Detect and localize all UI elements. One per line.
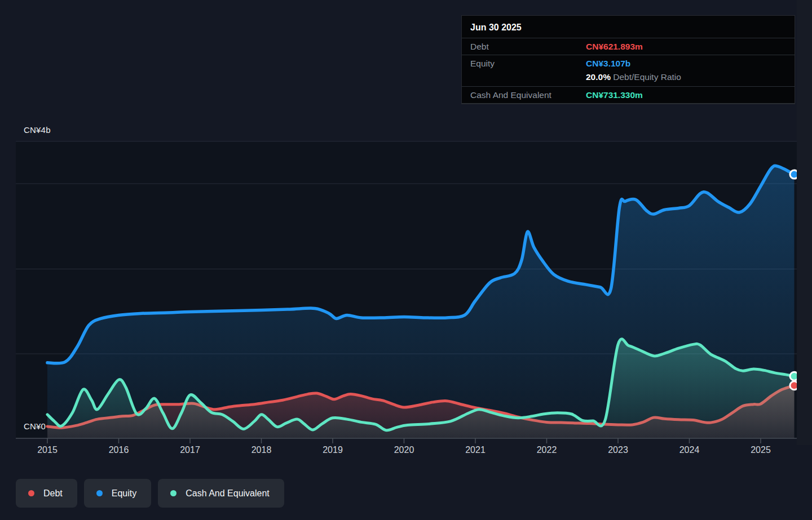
cash-endpoint-marker [790,372,798,380]
balance-sheet-history-chart: CN¥4b CN¥0 20152016201720182019202020212… [0,0,812,520]
tooltip-row-label: Debt [470,42,586,52]
x-axis-label-2020: 2020 [394,445,414,455]
y-axis-label-max: CN¥4b [24,125,51,135]
x-axis-label-2021: 2021 [465,445,486,455]
x-axis-label-2025: 2025 [751,445,771,455]
tooltip-row-label: Equity [470,59,586,69]
x-axis-label-2015: 2015 [37,445,58,455]
tooltip-row-value: 20.0% Debt/Equity Ratio [586,72,786,82]
legend-item-cash-and-equivalent[interactable]: Cash And Equivalent [158,479,284,508]
legend-label: Cash And Equivalent [186,488,270,499]
ratio-value: 20.0% [586,72,613,82]
tooltip-row-value: CN¥3.107b [586,59,786,69]
x-axis-label-2019: 2019 [323,445,343,455]
x-axis-label-2016: 2016 [109,445,129,455]
tooltip-row-equity: EquityCN¥3.107b [462,55,795,72]
tooltip-row-debt: DebtCN¥621.893m [462,38,795,55]
legend-label: Equity [112,488,136,499]
tooltip-debt-equity-ratio: 20.0% Debt/Equity Ratio [462,72,795,86]
ratio-label: Debt/Equity Ratio [613,72,681,82]
x-axis-label-2022: 2022 [537,445,557,455]
legend-item-debt[interactable]: Debt [16,479,77,508]
legend-dot-icon [96,490,103,496]
tooltip-row-label: Cash And Equivalent [470,90,586,100]
tooltip-date: Jun 30 2025 [462,16,795,38]
y-axis-label-zero: CN¥0 [24,421,46,431]
tooltip-row-value: CN¥731.330m [586,90,786,100]
debt-endpoint-marker [790,381,798,390]
x-axis-label-2017: 2017 [180,445,200,455]
x-axis-label-2024: 2024 [679,445,700,455]
x-axis-label-2018: 2018 [251,445,272,455]
chart-legend: DebtEquityCash And Equivalent [16,479,284,508]
legend-item-equity[interactable]: Equity [84,479,151,508]
tooltip-rows: DebtCN¥621.893mEquityCN¥3.107b20.0% Debt… [462,38,795,104]
equity-endpoint-marker [790,170,798,179]
chart-tooltip: Jun 30 2025 DebtCN¥621.893mEquityCN¥3.10… [461,15,795,104]
tooltip-row-value: CN¥621.893m [586,42,786,52]
legend-dot-icon [28,490,34,496]
legend-label: Debt [43,488,63,499]
tooltip-row-cash-and-equivalent: Cash And EquivalentCN¥731.330m [462,86,795,103]
legend-dot-icon [170,490,176,496]
x-axis-label-2023: 2023 [608,445,628,455]
